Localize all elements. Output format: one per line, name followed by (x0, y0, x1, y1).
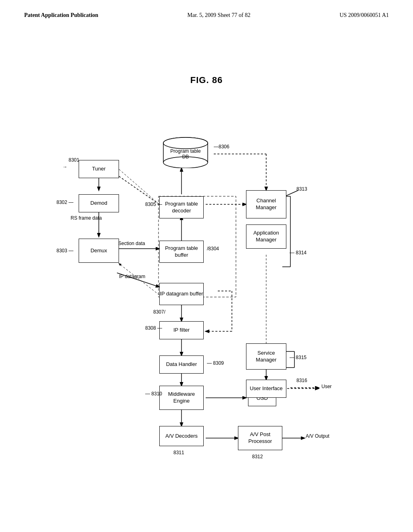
ref-8306: —8306 (214, 144, 229, 150)
ref-8314: — 8314 (290, 250, 307, 256)
ref-8309: — 8309 (207, 360, 224, 366)
ip-datagram-buffer-box: IP datagram buffer (159, 283, 204, 305)
section-data-label: Section data (118, 241, 145, 246)
ref-8302: 8302 — (56, 200, 73, 205)
ref-8311: 8311 (173, 450, 184, 455)
svg-point-35 (163, 137, 208, 149)
demod-box: Demod (79, 194, 119, 212)
tuner-box: Tuner (79, 160, 119, 178)
ref-8315: — 8315 (290, 355, 307, 360)
program-table-db: Program tableDB (161, 136, 210, 168)
rs-frame-label: RS frame data (71, 215, 102, 221)
fig-title: FIG. 86 (0, 75, 413, 85)
av-output-label: A/V Output (306, 433, 330, 439)
svg-line-36 (119, 169, 159, 204)
service-manager-box: Service Manager (246, 343, 286, 370)
ref-8308: 8308 — (145, 325, 162, 331)
header-right: US 2009/0060051 A1 (340, 12, 389, 19)
ref-8307: 8307/ (153, 309, 165, 315)
header-left: Patent Application Publication (24, 12, 98, 19)
ip-filter-box: IP filter (159, 321, 204, 339)
svg-line-21 (113, 172, 159, 204)
ref-8304: /8304 (207, 246, 219, 251)
header-middle: Mar. 5, 2009 Sheet 77 of 82 (188, 12, 250, 19)
ref-8301: 8301 (69, 157, 79, 163)
demux-box: Demux (79, 239, 119, 263)
ip-datagram-label: IP datagram (119, 274, 145, 279)
tuner-arrow-label: → (63, 164, 67, 170)
ref-8305: 8305 — (145, 202, 162, 207)
user-interface-box: User Interface (246, 380, 286, 398)
av-post-processor-box: A/V Post Processor (238, 426, 282, 450)
av-decoders-box: A/V Decoders (159, 426, 204, 446)
middleware-engine-box: Middleware Engine (159, 386, 204, 410)
ref-8313: 8313 (296, 186, 307, 192)
diagram-container: Program tableDB —8306 Tuner 8301 → Demod… (0, 98, 413, 480)
data-handler-box: Data Handler (159, 355, 204, 374)
ref-8303: 8303 — (56, 248, 73, 254)
svg-line-38 (119, 264, 159, 295)
program-table-buffer-box: Program table buffer (159, 241, 204, 263)
ref-8312: 8312 (252, 454, 263, 459)
channel-manager-box: Channel Manager (246, 190, 286, 218)
user-label: User (321, 384, 332, 389)
ref-8316: 8316 (296, 378, 307, 383)
ref-8310: — 8310 (145, 391, 162, 397)
application-manager-box: Application Manager (246, 224, 286, 249)
program-table-decoder-box: Program table decoder (159, 196, 204, 218)
